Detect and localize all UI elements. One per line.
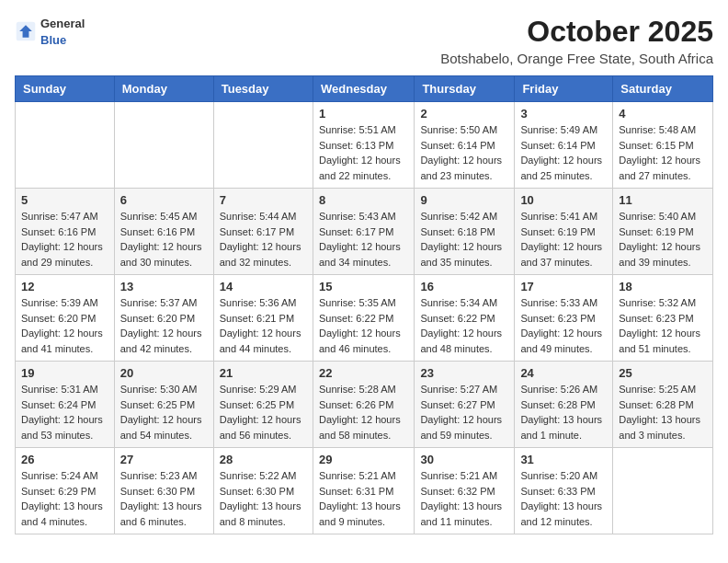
day-number: 29: [319, 453, 408, 466]
logo-text-blue: Blue: [40, 33, 66, 47]
day-number: 3: [520, 107, 607, 121]
day-detail: Sunrise: 5:51 AMSunset: 6:13 PMDaylight:…: [319, 122, 408, 183]
calendar-cell: 9 Sunrise: 5:42 AMSunset: 6:18 PMDayligh…: [415, 189, 515, 275]
day-number: 26: [21, 453, 108, 466]
day-detail: Sunrise: 5:49 AMSunset: 6:14 PMDaylight:…: [520, 122, 607, 183]
calendar-week-row: 12 Sunrise: 5:39 AMSunset: 6:20 PMDaylig…: [16, 275, 713, 362]
day-number: 14: [220, 280, 307, 293]
day-number: 20: [120, 366, 208, 380]
calendar-cell: [213, 102, 313, 189]
calendar-cell: 4 Sunrise: 5:48 AMSunset: 6:15 PMDayligh…: [613, 102, 713, 189]
calendar-title: October 2025: [440, 15, 713, 49]
day-detail: Sunrise: 5:29 AMSunset: 6:25 PMDaylight:…: [220, 382, 307, 442]
calendar-cell: 2 Sunrise: 5:50 AMSunset: 6:14 PMDayligh…: [415, 102, 515, 189]
day-detail: Sunrise: 5:47 AMSunset: 6:16 PMDaylight:…: [21, 209, 108, 270]
day-number: 23: [420, 366, 508, 380]
day-detail: Sunrise: 5:28 AMSunset: 6:26 PMDaylight:…: [319, 382, 408, 442]
calendar-header-row: SundayMondayTuesdayWednesdayThursdayFrid…: [16, 76, 713, 102]
day-detail: Sunrise: 5:43 AMSunset: 6:17 PMDaylight:…: [319, 209, 408, 270]
day-detail: Sunrise: 5:26 AMSunset: 6:28 PMDaylight:…: [520, 382, 607, 442]
day-detail: Sunrise: 5:23 AMSunset: 6:30 PMDaylight:…: [120, 468, 208, 529]
calendar-cell: 11 Sunrise: 5:40 AMSunset: 6:19 PMDaylig…: [613, 189, 713, 275]
day-detail: Sunrise: 5:50 AMSunset: 6:14 PMDaylight:…: [420, 122, 508, 183]
day-header-sunday: Sunday: [16, 76, 115, 102]
calendar-cell: 26 Sunrise: 5:24 AMSunset: 6:29 PMDaylig…: [16, 448, 115, 534]
day-number: 31: [520, 453, 607, 466]
day-detail: Sunrise: 5:21 AMSunset: 6:32 PMDaylight:…: [420, 468, 508, 529]
calendar-cell: 14 Sunrise: 5:36 AMSunset: 6:21 PMDaylig…: [213, 275, 313, 362]
day-detail: Sunrise: 5:40 AMSunset: 6:19 PMDaylight:…: [619, 209, 707, 270]
calendar-cell: 28 Sunrise: 5:22 AMSunset: 6:30 PMDaylig…: [213, 448, 313, 534]
calendar-cell: [613, 448, 713, 534]
calendar-cell: 5 Sunrise: 5:47 AMSunset: 6:16 PMDayligh…: [16, 189, 115, 275]
day-detail: Sunrise: 5:44 AMSunset: 6:17 PMDaylight:…: [220, 209, 307, 270]
calendar-cell: 13 Sunrise: 5:37 AMSunset: 6:20 PMDaylig…: [114, 275, 213, 362]
calendar-cell: 7 Sunrise: 5:44 AMSunset: 6:17 PMDayligh…: [213, 189, 313, 275]
day-header-thursday: Thursday: [415, 76, 515, 102]
day-detail: Sunrise: 5:30 AMSunset: 6:25 PMDaylight:…: [120, 382, 208, 442]
day-number: 16: [420, 280, 508, 293]
day-number: 28: [220, 453, 307, 466]
calendar-week-row: 1 Sunrise: 5:51 AMSunset: 6:13 PMDayligh…: [16, 102, 713, 189]
logo: General Blue: [15, 15, 85, 48]
calendar-cell: 19 Sunrise: 5:31 AMSunset: 6:24 PMDaylig…: [16, 362, 115, 448]
calendar-cell: 21 Sunrise: 5:29 AMSunset: 6:25 PMDaylig…: [213, 362, 313, 448]
day-detail: Sunrise: 5:39 AMSunset: 6:20 PMDaylight:…: [21, 295, 108, 356]
day-detail: Sunrise: 5:27 AMSunset: 6:27 PMDaylight:…: [420, 382, 508, 442]
day-number: 1: [319, 107, 408, 121]
day-number: 19: [21, 366, 108, 380]
calendar-cell: 10 Sunrise: 5:41 AMSunset: 6:19 PMDaylig…: [515, 189, 613, 275]
day-detail: Sunrise: 5:21 AMSunset: 6:31 PMDaylight:…: [319, 468, 408, 529]
calendar-cell: 27 Sunrise: 5:23 AMSunset: 6:30 PMDaylig…: [114, 448, 213, 534]
day-detail: Sunrise: 5:41 AMSunset: 6:19 PMDaylight:…: [520, 209, 607, 270]
day-number: 8: [319, 193, 408, 207]
day-number: 30: [420, 453, 508, 466]
day-header-tuesday: Tuesday: [213, 76, 313, 102]
calendar-cell: 1 Sunrise: 5:51 AMSunset: 6:13 PMDayligh…: [313, 102, 414, 189]
day-number: 7: [220, 193, 307, 207]
calendar-cell: 12 Sunrise: 5:39 AMSunset: 6:20 PMDaylig…: [16, 275, 115, 362]
calendar-cell: 20 Sunrise: 5:30 AMSunset: 6:25 PMDaylig…: [114, 362, 213, 448]
calendar-cell: 18 Sunrise: 5:32 AMSunset: 6:23 PMDaylig…: [613, 275, 713, 362]
day-header-friday: Friday: [515, 76, 613, 102]
calendar-cell: 31 Sunrise: 5:20 AMSunset: 6:33 PMDaylig…: [515, 448, 613, 534]
day-number: 27: [120, 453, 208, 466]
day-number: 6: [120, 193, 208, 207]
calendar-cell: 3 Sunrise: 5:49 AMSunset: 6:14 PMDayligh…: [515, 102, 613, 189]
calendar-cell: 16 Sunrise: 5:34 AMSunset: 6:22 PMDaylig…: [415, 275, 515, 362]
logo-icon: [15, 20, 37, 42]
day-header-monday: Monday: [114, 76, 213, 102]
day-number: 21: [220, 366, 307, 380]
calendar-cell: 15 Sunrise: 5:35 AMSunset: 6:22 PMDaylig…: [313, 275, 414, 362]
calendar-week-row: 5 Sunrise: 5:47 AMSunset: 6:16 PMDayligh…: [16, 189, 713, 275]
day-number: 24: [520, 366, 607, 380]
day-number: 25: [619, 366, 707, 380]
day-number: 18: [619, 280, 707, 293]
day-number: 9: [420, 193, 508, 207]
calendar-body: 1 Sunrise: 5:51 AMSunset: 6:13 PMDayligh…: [16, 102, 713, 534]
day-header-saturday: Saturday: [613, 76, 713, 102]
day-detail: Sunrise: 5:24 AMSunset: 6:29 PMDaylight:…: [21, 468, 108, 529]
day-number: 10: [520, 193, 607, 207]
day-number: 22: [319, 366, 408, 380]
day-detail: Sunrise: 5:48 AMSunset: 6:15 PMDaylight:…: [619, 122, 707, 183]
calendar-cell: 6 Sunrise: 5:45 AMSunset: 6:16 PMDayligh…: [114, 189, 213, 275]
calendar-week-row: 26 Sunrise: 5:24 AMSunset: 6:29 PMDaylig…: [16, 448, 713, 534]
day-detail: Sunrise: 5:34 AMSunset: 6:22 PMDaylight:…: [420, 295, 508, 356]
calendar-cell: 17 Sunrise: 5:33 AMSunset: 6:23 PMDaylig…: [515, 275, 613, 362]
title-section: October 2025 Botshabelo, Orange Free Sta…: [440, 15, 713, 66]
day-number: 2: [420, 107, 508, 121]
day-detail: Sunrise: 5:45 AMSunset: 6:16 PMDaylight:…: [120, 209, 208, 270]
day-detail: Sunrise: 5:22 AMSunset: 6:30 PMDaylight:…: [220, 468, 307, 529]
day-number: 5: [21, 193, 108, 207]
day-number: 12: [21, 280, 108, 293]
day-detail: Sunrise: 5:36 AMSunset: 6:21 PMDaylight:…: [220, 295, 307, 356]
day-detail: Sunrise: 5:35 AMSunset: 6:22 PMDaylight:…: [319, 295, 408, 356]
calendar-table: SundayMondayTuesdayWednesdayThursdayFrid…: [15, 75, 713, 534]
calendar-subtitle: Botshabelo, Orange Free State, South Afr…: [440, 51, 713, 66]
calendar-cell: 8 Sunrise: 5:43 AMSunset: 6:17 PMDayligh…: [313, 189, 414, 275]
calendar-cell: 30 Sunrise: 5:21 AMSunset: 6:32 PMDaylig…: [415, 448, 515, 534]
day-detail: Sunrise: 5:20 AMSunset: 6:33 PMDaylight:…: [520, 468, 607, 529]
day-number: 15: [319, 280, 408, 293]
day-detail: Sunrise: 5:37 AMSunset: 6:20 PMDaylight:…: [120, 295, 208, 356]
